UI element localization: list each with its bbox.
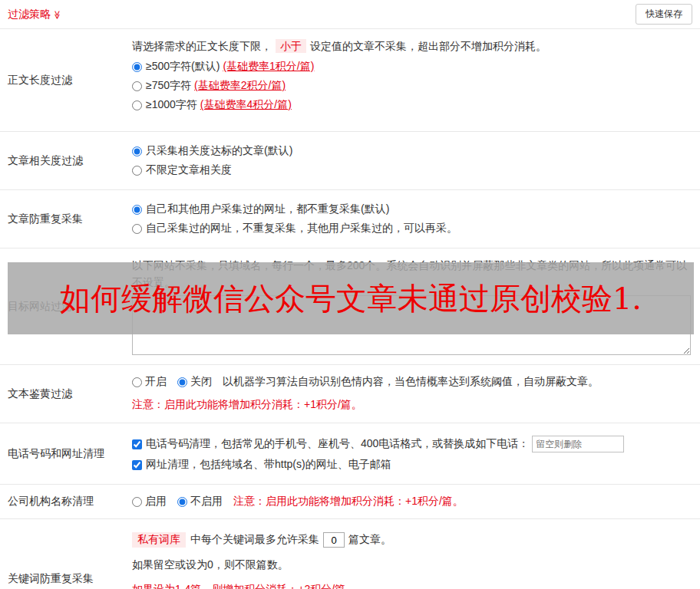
keyword-note-cost: 如果设为1-4篇，则增加积分消耗：+2积分/篇。 [132, 583, 691, 589]
length-option-500[interactable]: ≥500字符(默认) (基础费率1积分/篇) [132, 60, 691, 74]
porn-filter-off-option[interactable]: 关闭 [177, 375, 212, 389]
company-cleanup-on-option[interactable]: 启用 [132, 495, 167, 508]
quick-save-button[interactable]: 快速保存 [636, 4, 692, 25]
url-cleanup-option[interactable]: 网址清理，包括纯域名、带http(s)的网址、电子邮箱 [132, 458, 691, 472]
row-label: 电话号码和网址清理 [0, 423, 132, 484]
watermark-text: 如何缓解微信公众号文章未通过原创校验1. [60, 278, 642, 320]
private-lexicon-tag: 私有词库 [132, 532, 186, 548]
keyword-limit-suffix: 篇文章。 [348, 533, 391, 547]
option-label: 关闭 [190, 375, 212, 389]
keyword-note-zero: 如果留空或设为0，则不限篇数。 [132, 558, 691, 572]
keyword-limit-text: 中每个关键词最多允许采集 [190, 533, 319, 547]
row-body-length-filter: 正文长度过滤 请选择需求的正文长度下限，小于设定值的文章不采集，超出部分不增加积… [0, 29, 700, 132]
keyword-limit-input[interactable] [323, 532, 345, 548]
row-phone-url-cleanup: 电话号码和网址清理 电话号码清理，包括常见的手机号、座机号、400电话格式，或替… [0, 423, 700, 485]
phone-cleanup-checkbox[interactable] [132, 439, 142, 449]
row-label: 公司机构名称清理 [0, 485, 132, 518]
row-dedupe-collection: 文章防重复采集 自己和其他用户采集过的网址，都不重复采集(默认) 自己采集过的网… [0, 190, 700, 248]
row-label: 文章相关度过滤 [0, 132, 132, 189]
option-label: 开启 [145, 375, 167, 389]
porn-filter-on-radio[interactable] [132, 377, 142, 387]
option-rate-note: (基础费率4积分/篇) [200, 98, 292, 112]
option-label: 自己和其他用户采集过的网址，都不重复采集(默认) [146, 202, 389, 216]
row-label: 文本鉴黄过滤 [0, 365, 132, 423]
intro-text-pre: 请选择需求的正文长度下限， [132, 40, 272, 52]
length-radio-500[interactable] [132, 62, 142, 72]
page-title-text: 过滤策略 [8, 8, 51, 20]
row-label: 文章防重复采集 [0, 190, 132, 248]
url-cleanup-checkbox[interactable] [132, 460, 142, 470]
option-label: 不限定文章相关度 [146, 163, 232, 177]
dedupe-option-self-only[interactable]: 自己采集过的网址，不重复采集，其他用户采集过的，可以再采。 [132, 222, 691, 235]
page-title[interactable]: 过滤策略≫ [8, 8, 62, 21]
option-rate-note: (基础费率1积分/篇) [223, 60, 314, 74]
company-cleanup-off-option[interactable]: 不启用 [177, 495, 223, 508]
porn-filter-desc: 以机器学习算法自动识别色情内容，当色情概率达到系统阈值，自动屏蔽文章。 [223, 375, 599, 389]
company-cleanup-off-radio[interactable] [177, 497, 187, 507]
replacement-phone-input[interactable] [532, 436, 624, 452]
option-label: 不启用 [190, 495, 223, 508]
row-keyword-dedupe: 关键词防重复采集 私有词库 中每个关键词最多允许采集 篇文章。 如果留空或设为0… [0, 519, 700, 589]
row-company-name-cleanup: 公司机构名称清理 启用 不启用 注意：启用此功能将增加积分消耗：+1积分/篇。 [0, 485, 700, 519]
porn-filter-cost-note: 注意：启用此功能将增加积分消耗：+1积分/篇。 [132, 398, 691, 412]
porn-filter-on-option[interactable]: 开启 [132, 375, 167, 389]
company-cleanup-on-radio[interactable] [132, 497, 142, 507]
dedupe-radio-self-only[interactable] [132, 224, 142, 234]
option-label: 自己采集过的网址，不重复采集，其他用户采集过的，可以再采。 [146, 222, 457, 235]
option-label: 只采集相关度达标的文章(默认) [146, 144, 292, 158]
keyword-limit-line: 私有词库 中每个关键词最多允许采集 篇文章。 [132, 532, 691, 548]
relevance-radio-strict[interactable] [132, 146, 142, 156]
row-relevance-filter: 文章相关度过滤 只采集相关度达标的文章(默认) 不限定文章相关度 [0, 132, 700, 190]
row-label: 正文长度过滤 [0, 29, 132, 131]
dedupe-option-all-users[interactable]: 自己和其他用户采集过的网址，都不重复采集(默认) [132, 202, 691, 216]
option-label: 电话号码清理，包括常见的手机号、座机号、400电话格式，或替换成如下电话： [146, 437, 529, 451]
intro-text-post: 设定值的文章不采集，超出部分不增加积分消耗。 [310, 40, 546, 52]
watermark-overlay: 如何缓解微信公众号文章未通过原创校验1. [8, 262, 694, 334]
option-label: 启用 [145, 495, 167, 508]
dedupe-radio-all-users[interactable] [132, 205, 142, 215]
relevance-radio-any[interactable] [132, 166, 142, 176]
row-porn-filter: 文本鉴黄过滤 开启 关闭 以机器学习算法自动识别色情内容，当色情概率达到系统阈值… [0, 365, 700, 423]
length-filter-intro: 请选择需求的正文长度下限，小于设定值的文章不采集，超出部分不增加积分消耗。 [132, 38, 691, 54]
row-label: 关键词防重复采集 [0, 519, 132, 589]
less-than-highlight: 小于 [276, 39, 306, 53]
length-radio-1000[interactable] [132, 100, 142, 110]
length-radio-750[interactable] [132, 81, 142, 91]
phone-cleanup-option[interactable]: 电话号码清理，包括常见的手机号、座机号、400电话格式，或替换成如下电话： [132, 436, 691, 452]
option-label: ≥1000字符 [146, 98, 197, 112]
porn-filter-off-radio[interactable] [177, 377, 187, 387]
relevance-option-any[interactable]: 不限定文章相关度 [132, 163, 691, 177]
option-rate-note: (基础费率2积分/篇) [194, 79, 286, 93]
chevron-down-icon: ≫ [52, 10, 62, 19]
option-label: ≥500字符(默认) [146, 60, 220, 74]
company-cleanup-cost-note: 注意：启用此功能将增加积分消耗：+1积分/篇。 [233, 495, 464, 508]
option-label: 网址清理，包括纯域名、带http(s)的网址、电子邮箱 [146, 458, 391, 472]
header-bar: 过滤策略≫ 快速保存 [0, 0, 700, 29]
length-option-750[interactable]: ≥750字符 (基础费率2积分/篇) [132, 79, 691, 93]
relevance-option-strict[interactable]: 只采集相关度达标的文章(默认) [132, 144, 691, 158]
length-option-1000[interactable]: ≥1000字符 (基础费率4积分/篇) [132, 98, 691, 112]
option-label: ≥750字符 [146, 79, 191, 93]
